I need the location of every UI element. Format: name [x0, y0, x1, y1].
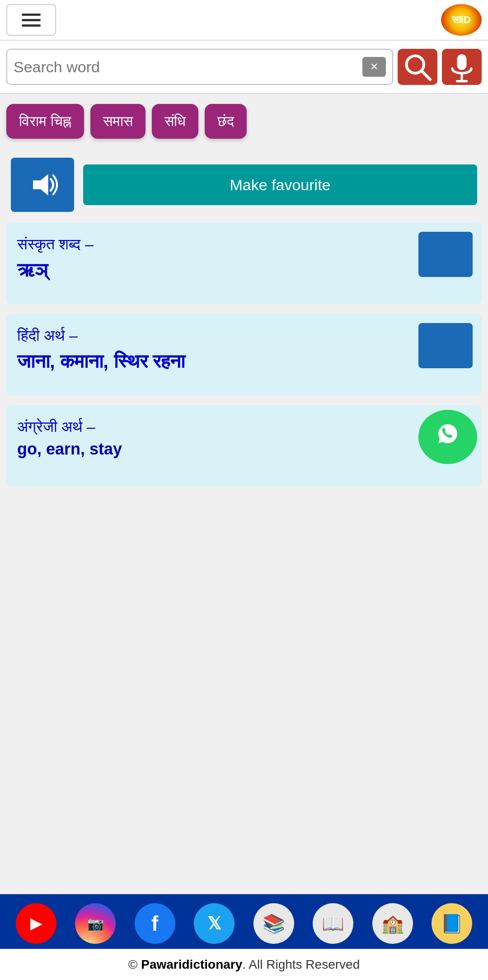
make-favourite-button[interactable]: Make favourite — [83, 164, 477, 205]
svg-marker-5 — [33, 174, 48, 196]
english-value: go, earn, stay — [17, 440, 471, 459]
svg-marker-6 — [438, 246, 450, 263]
footer-copyright: © Pawaridictionary. All Rights Reserved — [0, 949, 488, 980]
search-input-wrapper: ✕ — [6, 49, 393, 85]
instagram-symbol: 📷 — [87, 916, 104, 932]
hamburger-icon — [22, 14, 41, 27]
category-buttons-row: विराम चिह्न समास संधि छंद — [0, 94, 488, 149]
copyright-brand: Pawaridictionary — [141, 957, 242, 971]
app3-symbol: 🏫 — [381, 913, 404, 934]
hindi-speaker-button[interactable] — [418, 323, 473, 368]
logo-text: साiD — [452, 15, 471, 25]
app4-symbol: 📘 — [441, 913, 463, 934]
app4-icon[interactable]: 📘 — [432, 903, 472, 944]
header: साiD — [0, 0, 488, 41]
clear-button[interactable]: ✕ — [362, 57, 386, 77]
youtube-icon[interactable]: ▶ — [16, 903, 56, 944]
mic-icon — [446, 51, 478, 83]
svg-marker-7 — [438, 337, 450, 354]
sanskrit-card: संस्कृत शब्द – ऋञ् — [6, 223, 482, 304]
facebook-icon[interactable]: f — [135, 903, 175, 944]
hindi-card: हिंदी अर्थ – जाना, कमाना, स्थिर रहना — [6, 314, 482, 395]
app1-symbol: 📚 — [263, 913, 285, 934]
category-btn-viram[interactable]: विराम चिह्न — [6, 104, 84, 139]
search-icon — [402, 51, 433, 83]
speaker-icon-hindi — [433, 333, 458, 358]
english-card: अंग्रेजी अर्थ – go, earn, stay — [6, 405, 482, 487]
app2-symbol: 📖 — [322, 913, 344, 934]
logo: साiD — [441, 4, 482, 36]
sanskrit-value: ऋञ् — [17, 257, 471, 284]
svg-rect-2 — [457, 54, 467, 70]
category-btn-sandhi[interactable]: संधि — [152, 104, 198, 139]
clear-icon: ✕ — [370, 61, 378, 73]
copyright-pre: © — [128, 957, 141, 971]
hindi-value: जाना, कमाना, स्थिर रहना — [17, 348, 471, 375]
twitter-icon[interactable]: 𝕏 — [194, 903, 235, 944]
sanskrit-label: संस्कृत शब्द – — [17, 235, 471, 253]
facebook-symbol: f — [151, 911, 158, 936]
sanskrit-speaker-button[interactable] — [418, 232, 473, 277]
app2-icon[interactable]: 📖 — [313, 903, 353, 944]
app1-icon[interactable]: 📚 — [253, 903, 294, 944]
search-bar-area: ✕ — [0, 41, 488, 94]
hindi-label: हिंदी अर्थ – — [17, 327, 471, 345]
whatsapp-button[interactable] — [418, 410, 477, 464]
main-speaker-button[interactable] — [11, 158, 74, 212]
youtube-symbol: ▶ — [30, 915, 42, 932]
hamburger-button[interactable] — [6, 4, 56, 36]
main-content: Make favourite संस्कृत शब्द – ऋञ् हिंदी … — [0, 149, 488, 506]
twitter-symbol: 𝕏 — [207, 914, 221, 933]
copyright-post: . All Rights Reserved — [242, 957, 360, 971]
mic-button[interactable] — [442, 49, 482, 85]
app3-icon[interactable]: 🏫 — [372, 903, 413, 944]
category-btn-chhand[interactable]: छंद — [205, 104, 247, 139]
top-action-row: Make favourite — [6, 158, 482, 212]
instagram-icon[interactable]: 📷 — [75, 903, 116, 944]
english-label: अंग्रेजी अर्थ – — [17, 418, 471, 436]
search-button[interactable] — [398, 49, 437, 85]
search-input[interactable] — [14, 58, 362, 76]
category-btn-samas[interactable]: समास — [90, 104, 145, 139]
footer-social: ▶ 📷 f 𝕏 📚 📖 🏫 📘 — [0, 894, 488, 953]
svg-line-1 — [422, 71, 430, 80]
speaker-icon — [27, 169, 58, 201]
speaker-icon-sanskrit — [433, 242, 458, 267]
whatsapp-icon — [432, 418, 464, 456]
